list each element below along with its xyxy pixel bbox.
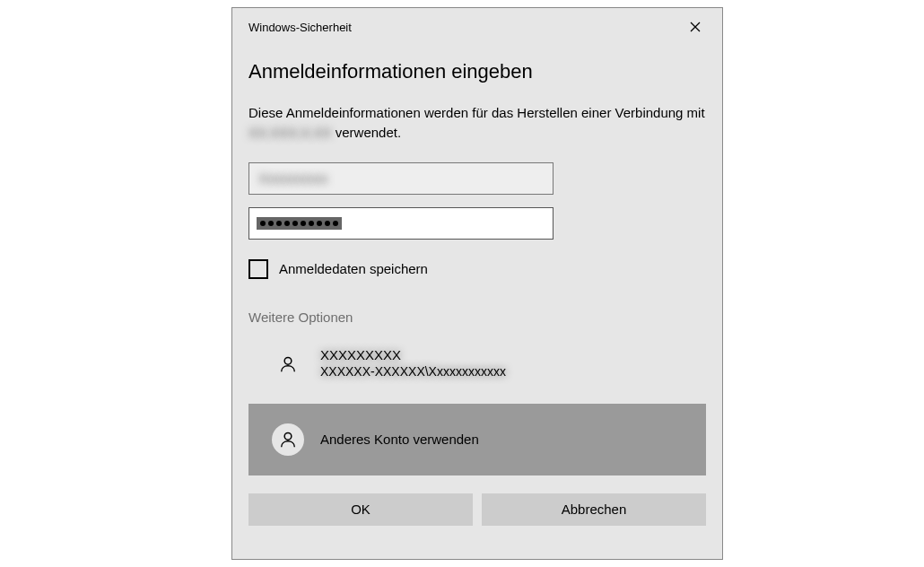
more-options-label: Weitere Optionen xyxy=(248,310,706,325)
account-domain-masked: XXXXXX-XXXXXX\Xxxxxxxxxxxx xyxy=(320,364,506,380)
window-title: Windows-Sicherheit xyxy=(248,21,352,34)
remember-label: Anmeldedaten speichern xyxy=(279,261,428,276)
svg-point-3 xyxy=(284,432,292,440)
avatar xyxy=(272,423,304,456)
server-name-masked: XX.XXX.X.XX xyxy=(248,123,332,143)
cancel-button[interactable]: Abbrechen xyxy=(482,493,706,526)
titlebar: Windows-Sicherheit xyxy=(232,8,722,40)
username-value-masked: Xxxxxxxxxx xyxy=(258,163,328,194)
credential-dialog: Windows-Sicherheit Anmeldeinformationen … xyxy=(231,7,723,560)
subtext-suffix: verwendet. xyxy=(332,125,402,140)
avatar xyxy=(272,348,304,380)
remember-checkbox[interactable] xyxy=(248,259,268,279)
subtext-prefix: Diese Anmeldeinformationen werden für da… xyxy=(248,105,705,120)
password-field[interactable] xyxy=(248,207,554,240)
dialog-heading: Anmeldeinformationen eingeben xyxy=(248,60,706,83)
account-option-other[interactable]: Anderes Konto verwenden xyxy=(248,404,706,475)
user-icon xyxy=(278,354,298,374)
svg-point-2 xyxy=(284,357,292,364)
account-text: XXXXXXXXX XXXXXX-XXXXXX\Xxxxxxxxxxxx xyxy=(320,347,506,379)
use-other-account-label: Anderes Konto verwenden xyxy=(320,432,479,447)
dialog-subtext: Diese Anmeldeinformationen werden für da… xyxy=(248,103,706,143)
user-icon xyxy=(278,430,298,449)
button-row: OK Abbrechen xyxy=(248,493,706,540)
account-option-saved[interactable]: XXXXXXXXX XXXXXX-XXXXXX\Xxxxxxxxxxxx xyxy=(248,334,706,395)
username-field[interactable]: Xxxxxxxxxx xyxy=(248,162,554,195)
close-icon xyxy=(690,22,701,32)
remember-credentials-row: Anmeldedaten speichern xyxy=(248,259,706,279)
close-button[interactable] xyxy=(676,14,715,39)
account-name-masked: XXXXXXXXX xyxy=(320,347,506,364)
password-dots xyxy=(257,217,342,230)
dialog-content: Anmeldeinformationen eingeben Diese Anme… xyxy=(232,40,722,540)
ok-button[interactable]: OK xyxy=(248,493,473,526)
